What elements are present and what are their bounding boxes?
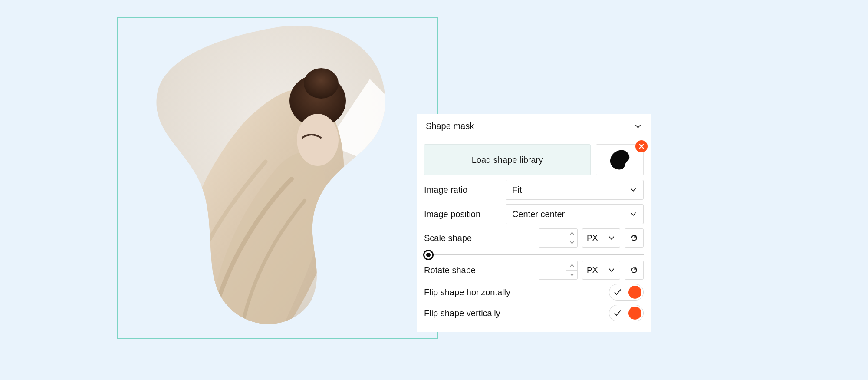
panel-title: Shape mask [426, 121, 474, 131]
toggle-knob [628, 286, 641, 299]
panel-body: Load shape library Image ratio Fit Imag [417, 137, 651, 332]
load-shape-library-button[interactable]: Load shape library [424, 144, 591, 175]
scale-slider[interactable] [424, 254, 644, 255]
scale-unit-value: PX [587, 233, 598, 243]
slider-thumb[interactable] [423, 250, 434, 260]
shape-mask-panel: Shape mask Load shape library Image rati… [417, 114, 651, 332]
scale-step-down[interactable] [566, 238, 577, 248]
canvas-frame[interactable] [117, 17, 438, 339]
scale-reset-button[interactable] [625, 228, 644, 248]
shape-preview[interactable] [596, 144, 644, 175]
rotate-input[interactable] [539, 261, 566, 279]
rotate-unit-select[interactable]: PX [582, 261, 620, 280]
rotate-unit-value: PX [587, 265, 598, 275]
panel-header[interactable]: Shape mask [417, 114, 651, 137]
flip-v-toggle[interactable] [609, 305, 644, 321]
check-icon [611, 309, 624, 317]
scale-unit-select[interactable]: PX [582, 228, 620, 248]
svg-point-3 [304, 68, 339, 99]
toggle-knob [628, 307, 641, 320]
masked-image[interactable] [144, 23, 413, 331]
svg-point-4 [297, 114, 339, 166]
rotate-step-down[interactable] [566, 271, 577, 280]
chevron-down-icon [629, 186, 637, 194]
image-ratio-value: Fit [512, 185, 522, 195]
scale-input-wrap [539, 228, 578, 248]
scale-step-up[interactable] [566, 229, 577, 238]
scale-input[interactable] [539, 229, 566, 247]
chevron-down-icon [608, 234, 615, 242]
rotate-shape-label: Rotate shape [424, 265, 500, 275]
scale-stepper [566, 229, 577, 247]
blob-shape-icon [608, 149, 631, 170]
image-ratio-select[interactable]: Fit [506, 180, 644, 200]
image-position-value: Center center [512, 209, 565, 219]
check-icon [611, 288, 624, 297]
reset-icon [630, 266, 638, 274]
flip-h-toggle[interactable] [609, 284, 644, 301]
image-position-select[interactable]: Center center [506, 204, 644, 224]
reset-icon [630, 234, 638, 242]
rotate-step-up[interactable] [566, 261, 577, 271]
scale-shape-label: Scale shape [424, 233, 500, 243]
chevron-down-icon [608, 266, 615, 274]
remove-shape-button[interactable] [635, 140, 648, 152]
slider-track[interactable] [424, 254, 644, 255]
flip-h-label: Flip shape horizontally [424, 287, 604, 297]
rotate-reset-button[interactable] [625, 261, 644, 280]
image-position-label: Image position [424, 209, 500, 219]
rotate-input-wrap [539, 261, 578, 280]
chevron-down-icon [629, 210, 637, 218]
rotate-stepper [566, 261, 577, 279]
close-icon [638, 143, 644, 149]
image-ratio-label: Image ratio [424, 185, 500, 195]
flip-v-label: Flip shape vertically [424, 308, 604, 318]
chevron-down-icon [634, 122, 642, 130]
